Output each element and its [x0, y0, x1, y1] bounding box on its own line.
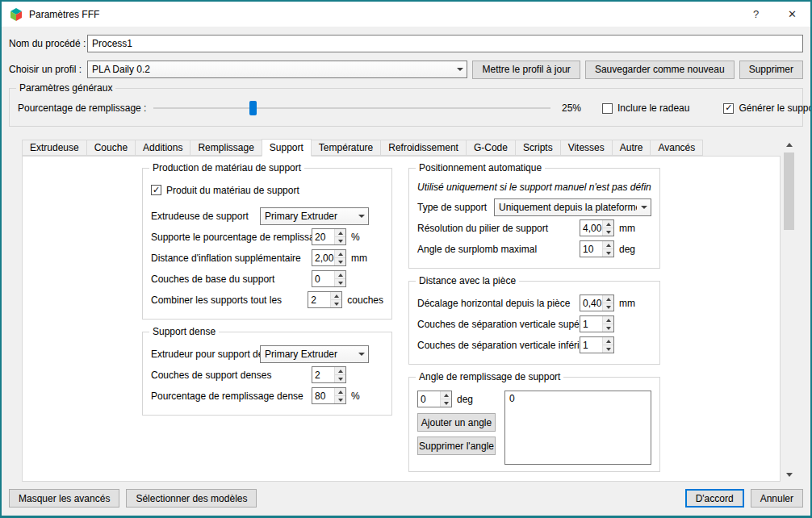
tab-temperature[interactable]: Température [311, 140, 381, 156]
spin-up-icon[interactable] [334, 271, 345, 278]
process-name-label: Nom du procédé : [9, 38, 87, 49]
spin-down-icon[interactable] [602, 228, 613, 236]
spin-down-icon[interactable] [602, 249, 613, 257]
cancel-button[interactable]: Annuler [751, 489, 803, 508]
spin-up-icon[interactable] [334, 388, 345, 395]
spin-up-icon[interactable] [602, 316, 613, 324]
process-name-input[interactable] [87, 35, 803, 52]
general-settings-group: Paramètres généraux Pourcentage de rempl… [9, 88, 803, 127]
support-infill-spinner[interactable]: 20 [312, 228, 346, 245]
close-button[interactable]: ✕ [774, 2, 810, 27]
tab-support[interactable]: Support [262, 139, 312, 157]
spin-down-icon[interactable] [334, 374, 345, 382]
dense-infill-spinner[interactable]: 80 [312, 387, 346, 404]
dense-support-title: Support dense [149, 326, 219, 337]
infill-percentage-label: Pourcentage de remplissage : [18, 102, 153, 114]
tab-remplissage[interactable]: Remplissage [190, 140, 262, 156]
spin-down-icon[interactable] [334, 257, 345, 265]
unit-label: deg [614, 244, 651, 255]
spin-down-icon[interactable] [602, 303, 613, 311]
tab-additions[interactable]: Additions [135, 140, 190, 156]
spin-down-icon[interactable] [334, 395, 345, 403]
spin-up-icon[interactable] [602, 241, 613, 249]
spin-up-icon[interactable] [602, 295, 613, 303]
tab-gcode[interactable]: G-Code [466, 140, 516, 156]
add-angle-button[interactable]: Ajouter un angle [417, 413, 496, 432]
spin-down-icon[interactable] [602, 324, 613, 332]
angles-listbox[interactable]: 0 [504, 391, 651, 465]
list-item[interactable]: 0 [509, 393, 647, 406]
max-overhang-spinner[interactable]: 10 [580, 240, 614, 257]
support-base-layers-row: Couches de base du support 0 [151, 270, 383, 287]
save-as-new-button[interactable]: Sauvegarder comme nouveau [585, 61, 735, 79]
dense-layers-label: Couches de support denses [151, 370, 312, 381]
spinner-buttons [330, 292, 341, 307]
spin-up-icon[interactable] [602, 337, 613, 345]
tab-avances[interactable]: Avancés [650, 140, 703, 156]
scroll-down-icon[interactable] [782, 468, 796, 482]
dense-extruder-select[interactable]: Primary Extruder [260, 345, 369, 363]
combine-supports-row: Combiner les supports tout les 2 couches [151, 291, 383, 308]
dense-extruder-label: Extrudeur pour support dense [151, 349, 260, 360]
slider-thumb[interactable] [249, 101, 257, 115]
chevron-down-icon [637, 199, 651, 215]
tab-area: Extrudeuse Couche Additions Remplissage … [22, 138, 796, 482]
support-left-column: Production de matériau de support Produi… [142, 168, 392, 428]
tab-refroidissement[interactable]: Refroidissement [380, 140, 467, 156]
spin-down-icon[interactable] [334, 236, 345, 244]
infill-row: Pourcentage de remplissage : 25% Inclure… [18, 100, 794, 116]
tab-couche[interactable]: Couche [86, 140, 136, 156]
support-infill-row: Supporte le pourcentage de remplissage 2… [151, 228, 383, 245]
ok-button[interactable]: D'accord [685, 489, 744, 508]
infill-slider[interactable] [153, 100, 550, 116]
angle-spinner[interactable]: 0 [417, 391, 452, 407]
spin-up-icon[interactable] [334, 250, 345, 257]
dense-infill-label: Pourcentage de remplissage dense [151, 391, 312, 402]
scrollbar-thumb[interactable] [784, 152, 794, 230]
profile-select[interactable]: PLA Daily 0.2 [87, 61, 467, 78]
support-extruder-label: Extrudeuse de support [151, 211, 260, 222]
checkbox-checked-icon[interactable] [723, 103, 734, 114]
horizontal-offset-spinner[interactable]: 0,40 [580, 295, 614, 311]
support-extruder-row: Extrudeuse de support Primary Extruder [151, 207, 383, 224]
support-type-select[interactable]: Uniquement depuis la plateforme de co [494, 198, 651, 216]
pillar-resolution-spinner[interactable]: 4,00 [580, 219, 614, 236]
include-raft-checkbox[interactable]: Inclure le radeau [602, 102, 689, 114]
hide-advanced-button[interactable]: Masquer les avancés [9, 489, 119, 508]
inflation-distance-spinner[interactable]: 2,00 [312, 249, 346, 266]
tab-extrudeuse[interactable]: Extrudeuse [22, 140, 87, 156]
combine-supports-spinner[interactable]: 2 [308, 291, 342, 308]
remove-angle-button[interactable]: Supprimer l'angle [417, 437, 496, 455]
spin-down-icon[interactable] [330, 299, 341, 307]
lower-separation-spinner[interactable]: 1 [580, 336, 614, 353]
update-profile-button[interactable]: Mettre le profil à jour [472, 61, 580, 79]
support-extruder-select[interactable]: Primary Extruder [260, 207, 369, 225]
select-models-button[interactable]: Sélectionner des modèles [126, 489, 257, 508]
scroll-up-icon[interactable] [782, 138, 796, 152]
tab-scripts[interactable]: Scripts [515, 140, 561, 156]
help-button[interactable]: ? [738, 2, 774, 27]
checkbox-checked-icon[interactable] [151, 185, 161, 195]
tab-vitesses[interactable]: Vitesses [560, 140, 613, 156]
vertical-scrollbar[interactable] [782, 138, 796, 482]
tab-autre[interactable]: Autre [612, 140, 651, 156]
generate-support-checkbox[interactable]: Générer le support [723, 102, 812, 114]
upper-separation-spinner[interactable]: 1 [580, 315, 614, 332]
generate-support-material-checkbox[interactable]: Produit du matériau de support [151, 185, 299, 196]
spin-up-icon[interactable] [440, 391, 451, 399]
spin-up-icon[interactable] [602, 220, 613, 228]
spin-up-icon[interactable] [334, 229, 345, 236]
support-infill-label: Supporte le pourcentage de remplissage [151, 232, 312, 243]
window-title: Paramètres FFF [29, 9, 738, 20]
dense-layers-spinner[interactable]: 2 [312, 366, 346, 383]
spin-down-icon[interactable] [440, 399, 451, 407]
spin-up-icon[interactable] [330, 292, 341, 299]
spin-value: 0 [312, 271, 334, 286]
support-base-layers-spinner[interactable]: 0 [312, 270, 346, 287]
spin-down-icon[interactable] [334, 278, 345, 286]
spin-up-icon[interactable] [334, 367, 345, 374]
spin-down-icon[interactable] [602, 345, 613, 353]
delete-profile-button[interactable]: Supprimer [739, 61, 803, 79]
spin-value: 20 [312, 229, 334, 244]
checkbox-box[interactable] [602, 103, 613, 114]
